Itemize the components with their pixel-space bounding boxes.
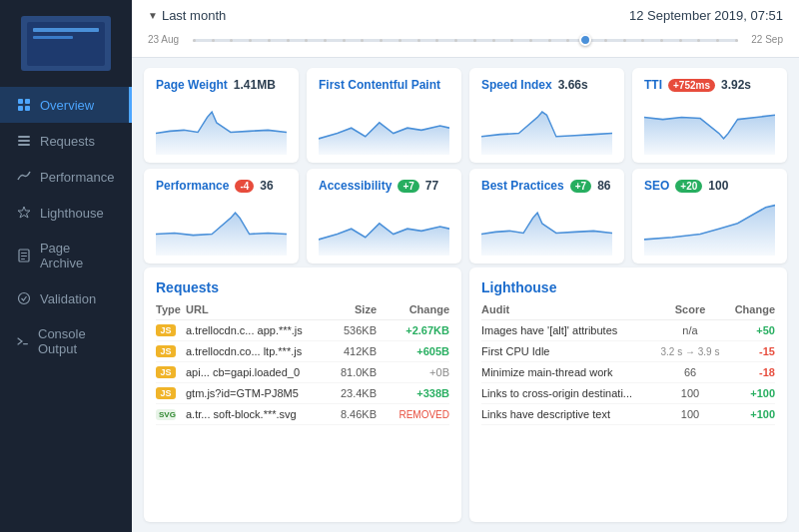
svg-rect-8 <box>21 253 27 254</box>
change-cell: +2.67KB <box>385 324 449 336</box>
col-change: Change <box>385 303 449 315</box>
svg-rect-6 <box>18 144 30 146</box>
metric-badge: +7 <box>570 180 591 193</box>
type-badge: JS <box>156 345 176 357</box>
change-cell: -15 <box>720 345 775 357</box>
lighthouse-rows: Images have '[alt]' attributesn/a+50Firs… <box>481 320 775 425</box>
date-selector[interactable]: ▼ Last month <box>148 8 226 23</box>
console-icon <box>16 333 30 349</box>
sidebar-item-label: Page Archive <box>40 241 116 270</box>
col-size: Size <box>330 303 385 315</box>
audit-cell: First CPU Idle <box>481 345 660 357</box>
performance-icon <box>16 169 32 185</box>
table-row[interactable]: Images have '[alt]' attributesn/a+50 <box>481 320 775 341</box>
metric-label: Speed Index <box>481 78 552 92</box>
sidebar-item-label: Requests <box>40 134 95 149</box>
table-row[interactable]: Minimize main-thread work66-18 <box>481 362 775 383</box>
metric-value: 3.92s <box>721 78 751 92</box>
sidebar-item-requests[interactable]: Requests <box>0 123 132 159</box>
sidebar-item-lighthouse[interactable]: Lighthouse <box>0 195 132 231</box>
lighthouse-card: Lighthouse Audit Score Change Images hav… <box>469 267 787 522</box>
score-cell: 66 <box>660 366 720 378</box>
sidebar-item-overview[interactable]: Overview <box>0 87 132 123</box>
svg-rect-0 <box>18 99 23 104</box>
current-date: 12 September 2019, 07:51 <box>629 8 783 23</box>
table-row[interactable]: SVGa.tr... soft-block.***.svg8.46KBREMOV… <box>156 404 449 425</box>
table-row[interactable]: JSa.trellocdn.c... app.***.js536KB+2.67K… <box>156 320 449 341</box>
score-cell: 100 <box>660 408 720 420</box>
change-cell: -18 <box>720 366 775 378</box>
mini-chart <box>319 197 449 256</box>
overview-icon <box>16 97 32 113</box>
metric-label: Best Practices <box>481 179 564 193</box>
metrics-row2: Performance-436 Accessibility+777 Best P… <box>132 169 799 267</box>
timeline[interactable]: 23 Aug 22 Sep <box>148 29 783 49</box>
header-top: ▼ Last month 12 September 2019, 07:51 <box>148 8 783 23</box>
metric-badge: -4 <box>235 180 254 193</box>
requests-title: Requests <box>156 279 449 295</box>
metric-card-page-weight: Page Weight1.41MB <box>144 68 299 163</box>
type-badge: JS <box>156 387 176 399</box>
sidebar-item-performance[interactable]: Performance <box>0 159 132 195</box>
type-badge: JS <box>156 324 176 336</box>
change-cell: +0B <box>385 366 449 378</box>
table-row[interactable]: Links have descriptive text100+100 <box>481 404 775 425</box>
score-cell: 3.2 s → 3.9 s <box>660 345 720 357</box>
score-cell: 100 <box>660 387 720 399</box>
metric-badge: +7 <box>398 180 418 193</box>
metric-label: First Contentful Paint <box>319 78 440 92</box>
table-row[interactable]: First CPU Idle3.2 s → 3.9 s-15 <box>481 341 775 362</box>
score-cell: n/a <box>660 324 720 336</box>
timeline-track[interactable] <box>193 39 738 42</box>
sidebar-item-console-output[interactable]: Console Output <box>0 316 132 366</box>
mini-chart <box>644 96 775 155</box>
validation-icon <box>16 290 32 306</box>
table-row[interactable]: JSa.trellocdn.co... ltp.***.js412KB+605B <box>156 341 449 362</box>
lighthouse-icon <box>16 205 32 221</box>
table-row[interactable]: JSgtm.js?id=GTM-PJ8M523.4KB+338B <box>156 383 449 404</box>
table-row[interactable]: Links to cross-origin destinati...100+10… <box>481 383 775 404</box>
size-cell: 23.4KB <box>330 387 385 399</box>
url-cell: api... cb=gapi.loaded_0 <box>186 366 330 378</box>
sidebar-item-validation[interactable]: Validation <box>0 280 132 316</box>
metric-value: 1.41MB <box>234 78 276 92</box>
mini-chart <box>481 197 612 256</box>
lighthouse-table: Audit Score Change Images have '[alt]' a… <box>481 303 775 425</box>
svg-rect-5 <box>18 140 30 142</box>
url-cell: a.trellocdn.c... app.***.js <box>186 324 330 336</box>
svg-rect-4 <box>18 136 30 138</box>
requests-icon <box>16 133 32 149</box>
timeline-end-label: 22 Sep <box>751 34 783 45</box>
timeline-start-label: 23 Aug <box>148 34 179 45</box>
mini-chart <box>319 96 449 155</box>
type-badge: JS <box>156 366 176 378</box>
metric-value: 36 <box>260 179 273 193</box>
metric-badge: +752ms <box>668 79 715 92</box>
sidebar-item-page-archive[interactable]: Page Archive <box>0 231 132 280</box>
metric-badge: +20 <box>675 180 702 193</box>
mini-chart <box>156 96 287 155</box>
mini-chart <box>644 197 775 256</box>
mini-chart <box>156 197 287 256</box>
change-cell: +50 <box>720 324 775 336</box>
metric-value: 77 <box>425 179 438 193</box>
size-cell: 536KB <box>330 324 385 336</box>
metric-card-accessibility: Accessibility+777 <box>307 169 461 264</box>
metric-value: 86 <box>597 179 610 193</box>
table-row[interactable]: JSapi... cb=gapi.loaded_081.0KB+0B <box>156 362 449 383</box>
metric-card-best-practices: Best Practices+786 <box>469 169 624 264</box>
col-type: Type <box>156 303 186 315</box>
sidebar-item-label: Performance <box>40 170 114 185</box>
main-content: ▼ Last month 12 September 2019, 07:51 23… <box>132 0 799 532</box>
sidebar-item-label: Validation <box>40 291 96 306</box>
url-cell: a.trellocdn.co... ltp.***.js <box>186 345 330 357</box>
size-cell: 81.0KB <box>330 366 385 378</box>
svg-rect-9 <box>21 256 27 257</box>
url-cell: gtm.js?id=GTM-PJ8M5 <box>186 387 330 399</box>
sidebar-item-label: Console Output <box>38 326 116 356</box>
timeline-thumb[interactable] <box>579 34 591 46</box>
metric-card-seo: SEO+20100 <box>632 169 787 264</box>
audit-cell: Links have descriptive text <box>481 408 660 420</box>
requests-header: Type URL Size Change <box>156 303 449 320</box>
change-cell: REMOVED <box>385 409 449 420</box>
